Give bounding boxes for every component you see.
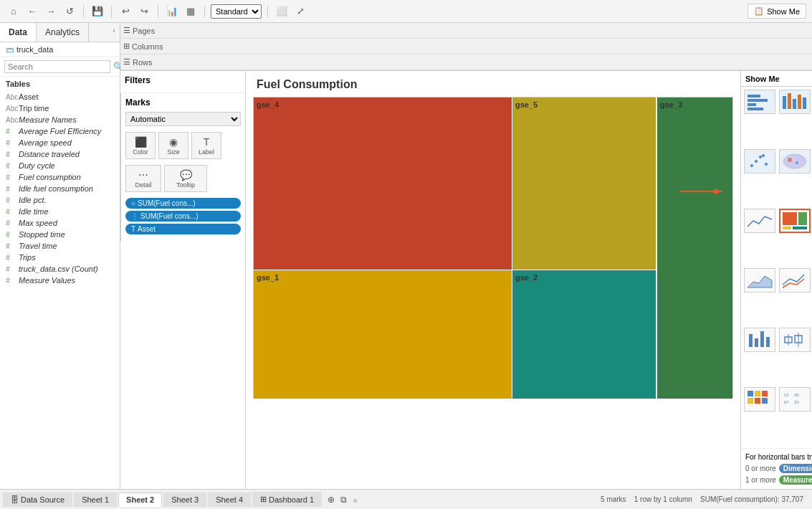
label-btn[interactable]: T Label (191, 132, 221, 159)
redo-btn[interactable]: ↪ (136, 4, 152, 19)
field-trip-time[interactable]: Abc Trip time (0, 103, 120, 114)
field-travel-time[interactable]: # Travel time (0, 240, 120, 252)
panel-close-btn[interactable]: ‹ (108, 23, 120, 42)
field-idle-time[interactable]: # Idle time (0, 206, 120, 217)
chart-treemap-active[interactable] (779, 209, 811, 233)
grid-btn[interactable]: ▦ (183, 4, 199, 19)
rows-label: ☰ Rows (123, 57, 166, 67)
field-distance[interactable]: # Distance traveled (0, 148, 120, 160)
sep4 (204, 5, 205, 18)
sep3 (158, 5, 158, 18)
marks-title: Marks (125, 97, 241, 108)
hash-icon-idle-fuel: # (6, 185, 16, 193)
search-input[interactable] (4, 60, 110, 73)
data-source-label: truck_data (16, 45, 53, 54)
hash-icon-fuel: # (6, 173, 16, 181)
add-sheet-icon[interactable]: ⊕ (326, 493, 336, 506)
tab-sheet1[interactable]: Sheet 1 (74, 493, 117, 507)
undo-btn[interactable]: ↩ (118, 4, 133, 19)
svg-rect-51 (762, 391, 768, 396)
chart-map[interactable] (779, 149, 811, 173)
show-me-panel-header: Show Me ✕ (741, 71, 812, 87)
main-layout: Data Analytics ‹ 🗃 truck_data 🔍 ⊟ ☰ Tabl… (0, 23, 812, 489)
chart-bar-vert[interactable] (744, 328, 775, 352)
reload-btn[interactable]: ↺ (62, 4, 77, 19)
field-trips[interactable]: # Trips (0, 252, 120, 263)
hash-icon-avg-fuel: # (6, 128, 16, 135)
chart-box[interactable] (779, 328, 811, 352)
marks-icon-row: ⬛ Color ◉ Size T Label (125, 132, 241, 159)
marks-panel: Marks Automatic ⬛ Color ◉ Size (120, 93, 246, 241)
tab-data[interactable]: Data (0, 23, 37, 42)
tab-data-source[interactable]: 🗄 Data Source (3, 493, 72, 507)
dimensions-tag[interactable]: Dimensions (779, 464, 812, 473)
show-me-header-btn[interactable]: 📋 Show Me (747, 4, 806, 19)
field-measure-names[interactable]: Abc Measure Names (0, 114, 120, 125)
svg-text:45: 45 (794, 393, 799, 397)
chart-scatter[interactable] (744, 149, 775, 173)
duplicate-sheet-icon[interactable]: ⧉ (339, 493, 348, 506)
chart-area[interactable] (744, 268, 775, 292)
tab-sheet4[interactable]: Sheet 4 (208, 493, 251, 507)
svg-rect-26 (783, 227, 791, 229)
field-asset[interactable]: Abc Asset (0, 91, 120, 103)
tab-sheet3[interactable]: Sheet 3 (163, 493, 206, 507)
field-idle-pct[interactable]: # Idle pct. (0, 194, 120, 206)
marks-pill-fuel-circle[interactable]: ○ SUM(Fuel cons...) (125, 198, 241, 209)
svg-rect-2 (747, 95, 760, 97)
treemap-cell-gse5: gse_5 (512, 97, 656, 270)
hash-icon-csv: # (6, 265, 16, 273)
chart-line[interactable] (779, 268, 811, 292)
field-csv-count[interactable]: # truck_data.csv (Count) (0, 263, 120, 275)
svg-rect-49 (747, 391, 753, 396)
field-fuel-consumption[interactable]: # Fuel consumption (0, 171, 120, 183)
columns-label: ⊞ Columns (123, 42, 166, 51)
hash-icon-measure-val: # (6, 277, 16, 285)
field-avg-speed[interactable]: # Average speed (0, 137, 120, 148)
field-duty-cycle[interactable]: # Duty cycle (0, 160, 120, 171)
field-max-speed[interactable]: # Max speed (0, 217, 120, 229)
color-btn[interactable]: ⬛ Color (125, 132, 156, 159)
chart-bar-horiz[interactable] (744, 90, 775, 114)
save-btn[interactable]: 💾 (90, 4, 105, 19)
share-btn[interactable]: ⤢ (292, 4, 308, 19)
field-avg-fuel[interactable]: # Average Fuel Efficiency (0, 125, 120, 137)
back-btn[interactable]: ← (24, 4, 40, 19)
chart-line-area[interactable] (744, 209, 775, 233)
svg-rect-38 (760, 331, 764, 347)
pill-t-icon: T (131, 225, 135, 233)
sort-sheet-icon[interactable]: ⬦ (351, 493, 359, 506)
pill-circle-icon: ○ (131, 199, 135, 207)
pages-label: ☰ Pages (123, 26, 166, 35)
treemap-cell-gse3: gse_3 (657, 97, 732, 399)
measures-tag[interactable]: Measures (779, 475, 812, 485)
search-bar: 🔍 ⊟ ☰ (0, 57, 120, 77)
svg-marker-31 (747, 276, 772, 287)
field-idle-fuel[interactable]: # Idle fuel consumption (0, 183, 120, 194)
svg-rect-25 (798, 212, 807, 225)
chart-highlight[interactable] (744, 387, 775, 412)
detail-btn[interactable]: ⋯ Detail (125, 165, 161, 192)
marks-pill-fuel-dots[interactable]: ⋮ SUM(Fuel cons...) (125, 211, 241, 222)
home-btn[interactable]: ⌂ (6, 4, 22, 19)
data-source-item[interactable]: 🗃 truck_data (0, 42, 120, 57)
chart-btn[interactable]: 📊 (164, 4, 180, 19)
field-stopped-time[interactable]: # Stopped time (0, 229, 120, 240)
svg-point-16 (762, 154, 765, 157)
chart-text[interactable]: 12 45 67 23 (779, 387, 811, 412)
viz-title: Fuel Consumption (253, 78, 733, 91)
view-select[interactable]: Standard (211, 4, 262, 19)
marks-pill-asset[interactable]: T Asset (125, 224, 241, 234)
tab-analytics[interactable]: Analytics (37, 23, 89, 42)
svg-rect-9 (798, 95, 801, 109)
tab-sheet2[interactable]: Sheet 2 (118, 493, 162, 507)
chart-multi-bar[interactable] (779, 90, 811, 114)
forward-btn[interactable]: → (43, 4, 59, 19)
tab-dashboard1[interactable]: ⊞ Dashboard 1 (252, 492, 322, 507)
present-btn[interactable]: ⬜ (274, 4, 290, 19)
tooltip-btn[interactable]: 💬 Tooltip (164, 165, 207, 192)
svg-rect-10 (803, 97, 806, 109)
size-btn[interactable]: ◉ Size (158, 132, 188, 159)
field-measure-values[interactable]: # Measure Values (0, 275, 120, 286)
marks-type-select[interactable]: Automatic (125, 112, 241, 126)
